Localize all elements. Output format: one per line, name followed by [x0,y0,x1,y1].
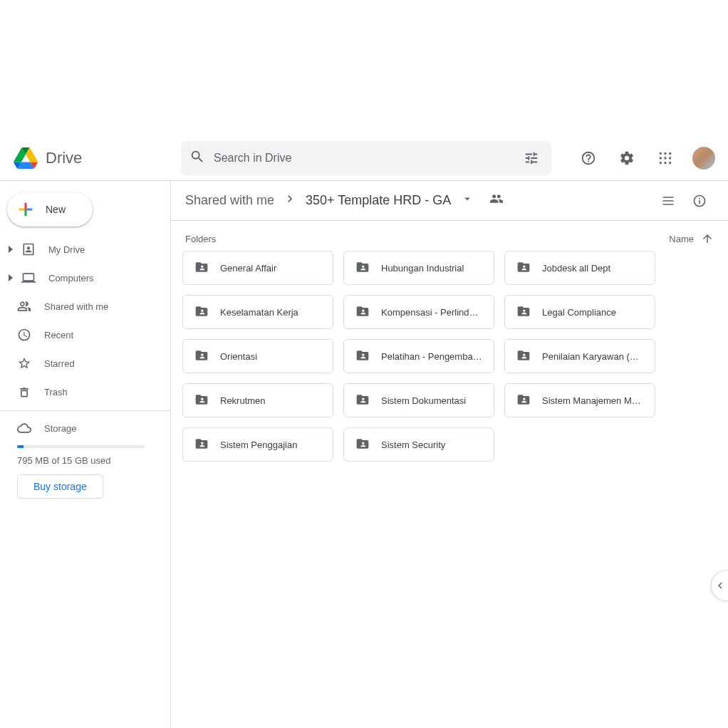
drive-logo-icon[interactable] [11,144,40,172]
svg-point-3 [660,157,662,159]
expand-icon [9,246,13,253]
shared-folder-icon [355,437,370,453]
shared-folder-icon [194,392,209,409]
shared-folder-icon [194,437,209,453]
folder-name: Legal Compliance [542,307,616,318]
shared-folder-icon [355,392,370,409]
nav-shared-with-me[interactable]: Shared with me [0,292,159,321]
my-drive-icon [21,242,36,256]
svg-point-6 [660,162,662,164]
folders-label: Folders [185,234,216,244]
breadcrumb-root[interactable]: Shared with me [182,190,277,211]
view-details-icon[interactable] [685,187,714,215]
manage-members-icon[interactable] [489,192,504,209]
folder-name: Sistem Manajemen Mu… [542,395,643,406]
folder-item[interactable]: Keselamatan Kerja [182,295,333,329]
search-icon[interactable] [189,149,205,167]
expand-icon [9,274,13,281]
chevron-right-icon [283,192,297,209]
storage-label: Storage [44,423,77,434]
app-header: Drive [0,135,728,181]
folder-item[interactable]: Rekrutmen [182,383,333,417]
recent-icon [17,328,31,342]
app-root: Drive [0,135,728,728]
folder-item[interactable]: Pelatihan - Pengemban… [343,339,494,373]
folder-item[interactable]: Penilaian Karyawan (K… [504,339,655,373]
search-input[interactable] [205,152,520,165]
shared-folder-icon [355,260,370,276]
storage-fill [17,445,24,448]
shared-folder-icon [355,348,370,365]
svg-point-8 [669,162,671,164]
nav-label: Shared with me [44,301,108,312]
shared-folder-icon [194,348,209,365]
folder-item[interactable]: Jobdesk all Dept [504,251,655,285]
search-options-icon[interactable] [520,147,543,170]
storage-section: Storage 795 MB of 15 GB used Buy storage [0,410,170,499]
settings-icon[interactable] [613,144,641,172]
shared-folder-icon [516,348,531,365]
folder-item[interactable]: Sistem Security [343,427,494,462]
section-header: Folders Name [182,232,717,251]
new-button[interactable]: New [7,192,93,227]
sort-control[interactable]: Name [669,232,714,245]
app-body: New My Drive Computers Shared with me [0,181,728,728]
nav-label: My Drive [48,244,85,255]
breadcrumb-dropdown-icon[interactable] [459,191,475,210]
buy-storage-button[interactable]: Buy storage [17,474,103,499]
shared-folder-icon [516,392,531,409]
svg-point-4 [664,157,666,159]
sort-label: Name [669,234,694,244]
shared-folder-icon [516,304,531,321]
svg-point-1 [664,152,666,154]
apps-icon[interactable] [651,144,680,172]
folder-item[interactable]: Legal Compliance [504,295,655,329]
folder-name: General Affair [220,263,276,274]
folder-item[interactable]: Sistem Penggajian [182,427,333,462]
svg-point-2 [669,152,671,154]
folder-name: Penilaian Karyawan (K… [542,351,643,362]
folder-item[interactable]: Hubungan Industrial [343,251,494,285]
product-name[interactable]: Drive [46,149,82,167]
nav-label: Trash [44,387,68,397]
computers-icon [21,271,36,285]
nav-list: My Drive Computers Shared with me Recent [0,235,170,406]
header-actions [574,144,717,172]
nav-trash[interactable]: Trash [0,378,159,406]
nav-computers[interactable]: Computers [0,264,159,292]
nav-recent[interactable]: Recent [0,321,159,349]
folder-name: Orientasi [220,351,257,362]
list-view-icon[interactable] [654,187,682,215]
breadcrumb: Shared with me 350+ Template HRD - GA [182,190,504,211]
folder-item[interactable]: Sistem Dokumentasi [343,383,494,417]
new-button-label: New [46,204,66,215]
folder-name: Pelatihan - Pengemban… [381,351,482,362]
nav-storage[interactable]: Storage [17,414,153,442]
logo-wrap: Drive [11,144,181,172]
shared-folder-icon [516,260,531,276]
content-area: Folders Name General AffairHubungan Indu… [171,221,728,462]
folder-item[interactable]: Kompensasi - Perlindu… [343,295,494,329]
search-bar[interactable] [181,141,551,175]
breadcrumb-current[interactable]: 350+ Template HRD - GA [303,190,454,211]
folder-name: Rekrutmen [220,395,266,406]
svg-point-0 [660,152,662,154]
folder-name: Kompensasi - Perlindu… [381,307,482,318]
support-icon[interactable] [574,144,603,172]
folder-name: Hubungan Industrial [381,263,464,274]
trash-icon [17,385,31,399]
svg-point-5 [669,157,671,159]
nav-starred[interactable]: Starred [0,349,159,378]
folder-name: Sistem Penggajian [220,440,297,450]
star-icon [17,356,31,370]
account-avatar[interactable] [692,147,715,170]
nav-my-drive[interactable]: My Drive [0,235,159,264]
cloud-icon [17,421,31,435]
folder-item[interactable]: General Affair [182,251,333,285]
toolbar-right [654,187,714,215]
shared-folder-icon [194,304,209,321]
folder-name: Jobdesk all Dept [542,263,610,274]
folder-item[interactable]: Sistem Manajemen Mu… [504,383,655,417]
storage-bar [17,445,145,448]
folder-item[interactable]: Orientasi [182,339,333,373]
